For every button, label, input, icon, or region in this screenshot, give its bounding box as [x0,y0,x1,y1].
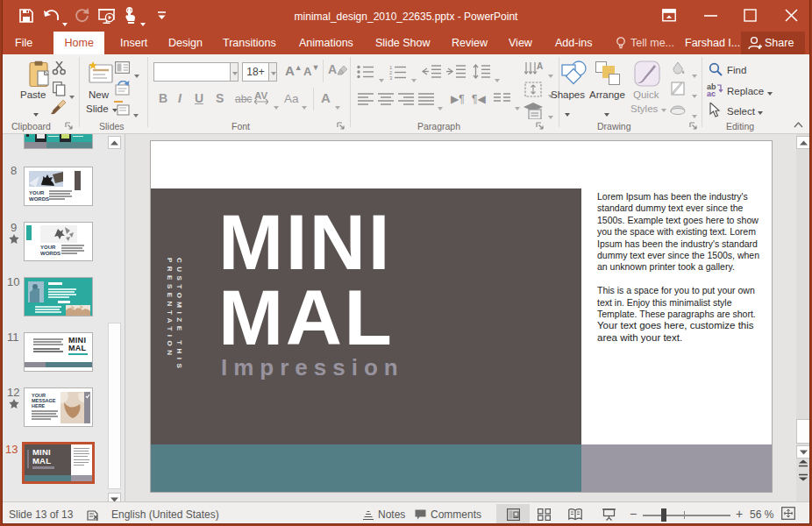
svg-text:A: A [537,61,543,71]
svg-text:3: 3 [389,75,393,81]
svg-text:ac: ac [707,89,716,97]
